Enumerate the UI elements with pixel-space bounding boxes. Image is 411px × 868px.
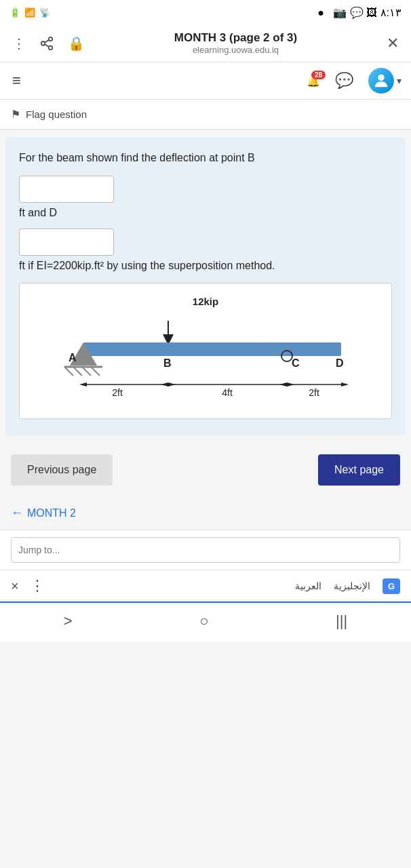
flag-section[interactable]: ⚑ Flag question <box>0 100 411 130</box>
wifi-icon: 📡 <box>39 7 50 18</box>
label-ft-ei: ft if EI=2200kip.ft² by using the superp… <box>19 260 392 272</box>
svg-line-11 <box>73 367 82 376</box>
next-page-button[interactable]: Next page <box>318 454 400 486</box>
svg-text:2ft: 2ft <box>309 387 319 398</box>
back-button[interactable]: > <box>50 610 86 633</box>
translate-lang-options: العربية الإنجليزية G <box>295 578 400 594</box>
translate-more-button[interactable]: ⋮ <box>30 577 45 595</box>
svg-rect-7 <box>83 342 341 356</box>
dot-indicator: ● <box>317 7 324 18</box>
image-icon: 🖼 <box>366 7 377 18</box>
month-nav: ← MONTH 2 <box>0 496 411 530</box>
bottom-nav: > ○ ||| <box>0 601 411 642</box>
svg-text:4ft: 4ft <box>222 387 233 398</box>
clock: ٨:١٣ <box>380 7 402 18</box>
battery-icon: 🔋 <box>9 7 20 18</box>
label-ft-and-d: ft and D <box>19 207 392 219</box>
svg-point-1 <box>41 41 45 45</box>
answer-input-b[interactable] <box>19 176 114 203</box>
pagination: Previous page Next page <box>0 443 411 496</box>
share-button[interactable] <box>37 33 57 54</box>
avatar-chevron-icon: ▾ <box>397 75 402 86</box>
svg-point-2 <box>49 45 53 50</box>
flag-text: Flag question <box>26 108 87 120</box>
page-title: MONTH 3 (page 2 of 3) <box>96 31 376 45</box>
jump-to-input[interactable] <box>11 537 400 563</box>
diagram-load-label: 12kip <box>31 296 380 307</box>
svg-line-3 <box>45 44 49 47</box>
svg-point-5 <box>378 75 384 81</box>
svg-line-4 <box>45 39 49 42</box>
screenshot-icon: 📷 <box>333 7 347 18</box>
recents-button[interactable]: ||| <box>322 610 361 633</box>
svg-text:2ft: 2ft <box>112 387 123 398</box>
more-options-button[interactable]: ⋮ <box>9 33 28 54</box>
avatar <box>368 68 394 94</box>
notification-badge: 28 <box>311 71 326 79</box>
svg-marker-24 <box>161 382 168 387</box>
home-button[interactable]: ○ <box>186 610 222 633</box>
status-bar: 🔋 📶 📡 ● 📷 💬 🖼 ٨:١٣ <box>0 0 411 24</box>
svg-text:A: A <box>68 352 77 363</box>
page-title-container: MONTH 3 (page 2 of 3) elearning.uowa.edu… <box>96 31 376 55</box>
flag-icon: ⚑ <box>11 108 20 121</box>
second-bar: ≡ 🔔 28 💬 ▾ <box>0 62 411 100</box>
month-nav-link[interactable]: MONTH 2 <box>27 507 76 519</box>
beam-diagram: 12kip <box>19 283 392 419</box>
signal-icon: 📶 <box>24 7 35 18</box>
previous-page-button[interactable]: Previous page <box>11 454 113 486</box>
translate-bar: × ⋮ العربية الإنجليزية G <box>0 570 411 601</box>
svg-point-0 <box>49 37 53 41</box>
hamburger-menu-button[interactable]: ≡ <box>9 69 24 92</box>
status-right: ● 📷 💬 🖼 ٨:١٣ <box>317 6 402 19</box>
google-translate-button[interactable]: G <box>383 578 400 594</box>
avatar-container[interactable]: ▾ <box>368 68 402 94</box>
lock-button[interactable]: 🔒 <box>65 33 87 54</box>
top-bar: ⋮ 🔒 MONTH 3 (page 2 of 3) elearning.uowa… <box>0 24 411 62</box>
question-text-part1: For the beam shown find the deflection a… <box>19 150 392 166</box>
page-url: elearning.uowa.edu.iq <box>96 45 376 55</box>
notification-bell[interactable]: 🔔 28 <box>307 75 320 87</box>
svg-marker-29 <box>341 382 349 387</box>
svg-text:C: C <box>292 357 300 369</box>
main-content: For the beam shown find the deflection a… <box>5 138 406 435</box>
answer-input-d[interactable] <box>19 229 114 256</box>
svg-text:D: D <box>336 357 344 369</box>
lang-english-label[interactable]: الإنجليزية <box>334 580 370 591</box>
month-nav-arrow: ← <box>11 506 23 520</box>
beam-svg: A B C D 2ft 4ft 2ft <box>50 311 361 406</box>
svg-line-13 <box>91 367 100 376</box>
lang-arabic-label[interactable]: العربية <box>295 580 321 591</box>
status-left: 🔋 📶 📡 <box>9 7 50 18</box>
close-button[interactable]: ✕ <box>384 32 402 55</box>
svg-line-12 <box>82 367 91 376</box>
bottom-input-bar <box>0 530 411 570</box>
svg-marker-20 <box>79 382 87 387</box>
svg-text:B: B <box>163 357 172 369</box>
translate-close-button[interactable]: × <box>11 578 19 594</box>
svg-marker-28 <box>279 382 287 387</box>
beam-svg-container: A B C D 2ft 4ft 2ft <box>31 311 380 406</box>
message-icon: 💬 <box>350 7 364 18</box>
svg-line-10 <box>64 367 73 376</box>
chat-icon: 💬 <box>335 72 353 90</box>
